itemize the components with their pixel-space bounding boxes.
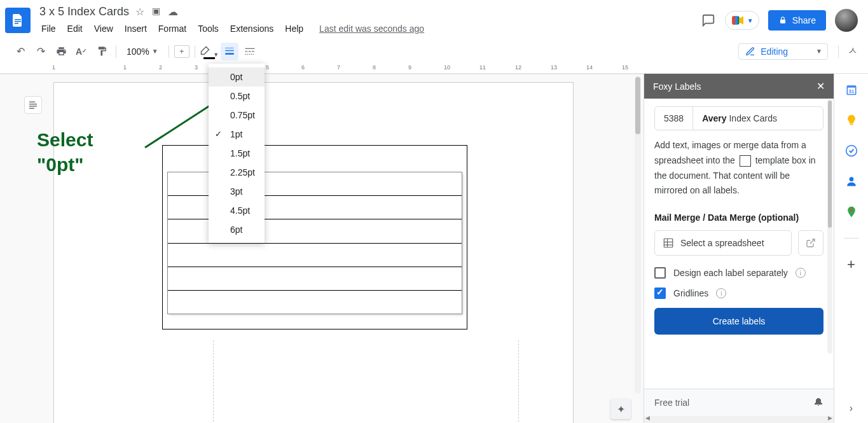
option-label: 1pt — [230, 129, 242, 139]
cloud-status-icon[interactable]: ☁ — [168, 6, 178, 18]
menu-tools[interactable]: Tools — [193, 21, 223, 36]
border-width-option[interactable]: 6pt — [209, 220, 265, 239]
redo-button[interactable]: ↷ — [32, 43, 50, 60]
border-dash-button[interactable] — [241, 43, 259, 60]
svg-rect-22 — [664, 239, 673, 247]
border-width-option[interactable]: 0.75pt — [209, 106, 265, 125]
add-addon-icon[interactable]: + — [844, 258, 858, 272]
meet-button[interactable]: ▼ — [725, 11, 759, 30]
table-row[interactable] — [168, 291, 462, 314]
menu-help[interactable]: Help — [280, 21, 308, 36]
chevron-down-icon: ▼ — [152, 48, 158, 55]
create-labels-button[interactable]: Create labels — [654, 308, 823, 335]
select-spreadsheet-button[interactable]: Select a spreadsheet — [654, 230, 792, 256]
checkbox-unchecked[interactable] — [654, 267, 666, 279]
last-edit-link[interactable]: Last edit was seconds ago — [319, 24, 424, 34]
option-label: 4.5pt — [230, 205, 250, 216]
svg-rect-9 — [245, 48, 254, 48]
mail-merge-title: Mail Merge / Data Merge (optional) — [654, 212, 823, 223]
mode-label: Editing — [761, 46, 788, 57]
table-row[interactable] — [168, 244, 462, 267]
annotation-text-1: Select — [37, 127, 93, 152]
svg-text:31: 31 — [848, 88, 853, 94]
undo-button[interactable]: ↶ — [11, 43, 29, 60]
paint-format-button[interactable] — [93, 43, 111, 60]
menu-edit[interactable]: Edit — [63, 21, 87, 36]
vertical-scrollbar[interactable] — [635, 76, 641, 394]
info-icon[interactable]: i — [796, 268, 806, 278]
close-icon[interactable]: ✕ — [816, 80, 825, 92]
spellcheck-button[interactable]: A✓ — [72, 43, 90, 60]
print-button[interactable] — [52, 43, 70, 60]
annotation-text-2: "0pt" — [37, 152, 93, 177]
open-external-button[interactable] — [798, 230, 823, 256]
foxy-labels-sidebar: Foxy Labels ✕ 5388 Avery Index Cards Add… — [644, 74, 834, 423]
select-spreadsheet-label: Select a spreadsheet — [680, 238, 764, 248]
label-template-outer[interactable] — [162, 145, 467, 329]
menu-view[interactable]: View — [90, 21, 118, 36]
option-label: 2.25pt — [230, 167, 255, 177]
menu-extensions[interactable]: Extensions — [226, 21, 278, 36]
hide-sidebar-button[interactable]: ㅅ — [844, 43, 862, 60]
template-selector[interactable]: 5388 Avery Index Cards — [654, 106, 823, 130]
svg-rect-7 — [225, 50, 234, 51]
border-width-dropdown: 0pt0.5pt0.75pt✓1pt1.5pt2.25pt3pt4.5pt6pt — [209, 64, 265, 243]
user-avatar[interactable] — [835, 9, 858, 32]
calendar-icon[interactable]: 31 — [844, 83, 858, 97]
document-title[interactable]: 3 x 5 Index Cards — [39, 5, 129, 18]
option-label: 0.5pt — [230, 91, 250, 101]
explore-button[interactable]: ✦ — [610, 399, 631, 419]
horizontal-ruler[interactable]: 112345678910111213141516 — [0, 64, 868, 74]
table-row[interactable] — [168, 267, 462, 291]
annotation: Select"0pt" — [37, 127, 93, 177]
menu-insert[interactable]: Insert — [120, 21, 151, 36]
chevron-down-icon: ▼ — [816, 48, 822, 55]
svg-rect-20 — [29, 106, 37, 106]
insert-image-button[interactable]: + — [174, 45, 189, 58]
sidebar-vertical-scrollbar[interactable] — [827, 99, 832, 354]
star-icon[interactable]: ☆ — [135, 6, 144, 18]
move-icon[interactable]: ▣ — [152, 6, 160, 18]
border-width-button[interactable] — [221, 43, 238, 60]
svg-rect-13 — [245, 53, 246, 54]
svg-rect-0 — [15, 19, 21, 20]
border-width-option[interactable]: 1.5pt — [209, 144, 265, 163]
keep-icon[interactable] — [844, 113, 858, 127]
document-canvas[interactable]: ✦ — [0, 74, 644, 423]
option-label: 0.75pt — [230, 110, 255, 120]
menu-file[interactable]: File — [37, 21, 60, 36]
border-width-option[interactable]: 2.25pt — [209, 163, 265, 182]
template-box-icon — [740, 155, 751, 167]
share-button[interactable]: Share — [768, 10, 826, 31]
template-name: Avery Index Cards — [693, 107, 786, 130]
sidebar-horizontal-scrollbar[interactable] — [644, 416, 834, 423]
border-width-option[interactable]: 0pt — [209, 67, 265, 87]
docs-logo[interactable] — [5, 8, 31, 33]
tasks-icon[interactable] — [844, 144, 858, 158]
header-actions: ▼ Share — [701, 5, 858, 32]
svg-rect-10 — [245, 51, 247, 52]
menu-format[interactable]: Format — [154, 21, 191, 36]
maps-icon[interactable] — [844, 205, 858, 219]
template-number: 5388 — [655, 107, 693, 130]
border-width-option[interactable]: 0.5pt — [209, 87, 265, 106]
title-area: 3 x 5 Index Cards ☆ ▣ ☁ File Edit View I… — [36, 5, 701, 36]
trial-label: Free trial — [654, 398, 689, 408]
checkbox-checked[interactable] — [654, 288, 666, 299]
border-width-option[interactable]: 3pt — [209, 182, 265, 201]
border-width-option[interactable]: ✓1pt — [209, 125, 265, 144]
collapse-rail-icon[interactable]: › — [844, 401, 858, 415]
svg-rect-2 — [15, 23, 18, 24]
zoom-selector[interactable]: 100%▼ — [124, 46, 161, 57]
bell-icon[interactable]: 🔔︎ — [813, 397, 823, 408]
design-separately-option[interactable]: Design each label separately i — [654, 267, 823, 279]
editing-mode-selector[interactable]: Editing ▼ — [738, 43, 828, 60]
border-color-button[interactable]: ▼ — [200, 43, 218, 60]
comments-icon[interactable] — [701, 13, 716, 28]
svg-rect-14 — [247, 53, 248, 54]
border-width-option[interactable]: 4.5pt — [209, 201, 265, 220]
info-icon[interactable]: i — [716, 288, 726, 298]
gridlines-option[interactable]: Gridlines i — [654, 288, 823, 299]
contacts-icon[interactable] — [844, 174, 858, 188]
document-outline-button[interactable] — [24, 96, 42, 114]
